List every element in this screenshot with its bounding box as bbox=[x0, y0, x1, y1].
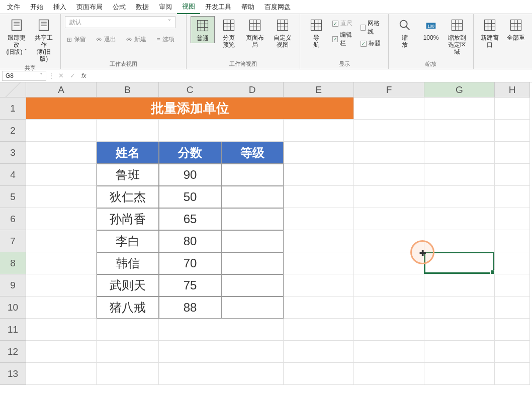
cell-F6[interactable] bbox=[354, 208, 424, 230]
cell-H13[interactable] bbox=[495, 363, 530, 385]
rowhead-13[interactable]: 13 bbox=[0, 363, 26, 385]
cell-D13[interactable] bbox=[221, 363, 284, 385]
menu-文件[interactable]: 文件 bbox=[2, 1, 25, 14]
cell-G13[interactable] bbox=[424, 363, 495, 385]
colhead-B[interactable]: B bbox=[97, 82, 159, 97]
cell-E8[interactable] bbox=[284, 252, 354, 274]
rowhead-9[interactable]: 9 bbox=[0, 274, 26, 296]
cell-E9[interactable] bbox=[284, 274, 354, 296]
ribbon-btn[interactable]: 分页预览 bbox=[217, 16, 241, 49]
rowhead-6[interactable]: 6 bbox=[0, 208, 26, 230]
cell-D8[interactable] bbox=[221, 252, 284, 274]
cell-C8[interactable]: 70 bbox=[159, 252, 221, 274]
check-编辑栏[interactable]: ✓编辑栏 bbox=[330, 30, 356, 49]
cell-A10[interactable] bbox=[26, 296, 97, 319]
cell-F9[interactable] bbox=[354, 274, 424, 296]
ribbon-btn[interactable]: 缩放 bbox=[393, 16, 417, 49]
cell-D5[interactable] bbox=[221, 186, 284, 208]
cell-A9[interactable] bbox=[26, 274, 97, 296]
ribbon-btn[interactable]: 导航 bbox=[304, 16, 328, 49]
cell-C5[interactable]: 50 bbox=[159, 186, 221, 208]
select-all-corner[interactable] bbox=[0, 82, 26, 97]
cell-F1[interactable] bbox=[354, 97, 424, 120]
rowhead-12[interactable]: 12 bbox=[0, 341, 26, 363]
cell-A7[interactable] bbox=[26, 230, 97, 252]
cell-B5[interactable]: 狄仁杰 bbox=[97, 186, 159, 208]
cell-F8[interactable] bbox=[354, 252, 424, 274]
cell-E7[interactable] bbox=[284, 230, 354, 252]
name-box[interactable]: G8˅ bbox=[2, 71, 46, 81]
ribbon-btn[interactable]: 跟踪更改(旧版) ˅ bbox=[4, 16, 29, 56]
cell-C9[interactable]: 75 bbox=[159, 274, 221, 296]
rowhead-7[interactable]: 7 bbox=[0, 230, 26, 252]
cell-D10[interactable] bbox=[221, 296, 284, 319]
sheetview-新建[interactable]: 👁新建 bbox=[124, 34, 148, 45]
cell-C3[interactable]: 分数 bbox=[159, 142, 221, 164]
cell-B4[interactable]: 鲁班 bbox=[97, 164, 159, 186]
fx-cancel-icon[interactable]: ✕ bbox=[56, 72, 66, 79]
cell-F2[interactable] bbox=[354, 120, 424, 142]
ribbon-btn[interactable]: 新建窗口 bbox=[478, 16, 502, 49]
cell-F5[interactable] bbox=[354, 186, 424, 208]
check-直尺[interactable]: ✓直尺 bbox=[330, 18, 356, 29]
cell-A8[interactable] bbox=[26, 252, 97, 274]
menu-视图[interactable]: 视图 bbox=[177, 0, 200, 14]
cell-F4[interactable] bbox=[354, 164, 424, 186]
ribbon-btn[interactable]: 自定义视图 bbox=[269, 16, 296, 49]
cell-F7[interactable] bbox=[354, 230, 424, 252]
cell-F10[interactable] bbox=[354, 296, 424, 319]
cell-H12[interactable] bbox=[495, 341, 530, 363]
cell-A4[interactable] bbox=[26, 164, 97, 186]
cell-C11[interactable] bbox=[159, 319, 221, 341]
cell-C2[interactable] bbox=[159, 120, 221, 142]
menu-开发工具[interactable]: 开发工具 bbox=[200, 1, 236, 14]
colhead-C[interactable]: C bbox=[159, 82, 221, 97]
cell-D2[interactable] bbox=[221, 120, 284, 142]
sheetview-dropdown[interactable]: 默认˅ bbox=[65, 16, 175, 28]
cell-H6[interactable] bbox=[495, 208, 530, 230]
check-网格线[interactable]: 网格线 bbox=[359, 18, 384, 37]
cell-B7[interactable]: 李白 bbox=[97, 230, 159, 252]
menu-插入[interactable]: 插入 bbox=[48, 1, 71, 14]
rowhead-3[interactable]: 3 bbox=[0, 142, 26, 164]
menu-开始[interactable]: 开始 bbox=[25, 1, 48, 14]
cell-A11[interactable] bbox=[26, 319, 97, 341]
cell-D11[interactable] bbox=[221, 319, 284, 341]
cell-F3[interactable] bbox=[354, 142, 424, 164]
rowhead-2[interactable]: 2 bbox=[0, 120, 26, 142]
ribbon-btn[interactable]: 页面布局 bbox=[243, 16, 267, 49]
cell-G3[interactable] bbox=[424, 142, 495, 164]
cell-B9[interactable]: 武则天 bbox=[97, 274, 159, 296]
cell-B13[interactable] bbox=[97, 363, 159, 385]
cell-D4[interactable] bbox=[221, 164, 284, 186]
rowhead-1[interactable]: 1 bbox=[0, 97, 26, 120]
cell-C6[interactable]: 65 bbox=[159, 208, 221, 230]
sheetview-退出[interactable]: 👁退出 bbox=[94, 34, 118, 45]
cell-E5[interactable] bbox=[284, 186, 354, 208]
cell-G7[interactable] bbox=[424, 230, 495, 252]
menu-帮助[interactable]: 帮助 bbox=[236, 1, 259, 14]
rowhead-11[interactable]: 11 bbox=[0, 319, 26, 341]
ribbon-btn[interactable]: 普通 bbox=[191, 16, 215, 43]
menu-审阅[interactable]: 审阅 bbox=[154, 1, 177, 14]
cell-G9[interactable] bbox=[424, 274, 495, 296]
cell-G6[interactable] bbox=[424, 208, 495, 230]
cell-G5[interactable] bbox=[424, 186, 495, 208]
cell-B11[interactable] bbox=[97, 319, 159, 341]
cell-D12[interactable] bbox=[221, 341, 284, 363]
cell-A12[interactable] bbox=[26, 341, 97, 363]
ribbon-btn[interactable]: 缩放到选定区域 bbox=[445, 16, 469, 56]
colhead-F[interactable]: F bbox=[354, 82, 424, 97]
cell-A1[interactable]: 批量添加单位 bbox=[26, 97, 354, 120]
cell-B6[interactable]: 孙尚香 bbox=[97, 208, 159, 230]
cell-G2[interactable] bbox=[424, 120, 495, 142]
cell-B3[interactable]: 姓名 bbox=[97, 142, 159, 164]
cell-H11[interactable] bbox=[495, 319, 530, 341]
rowhead-4[interactable]: 4 bbox=[0, 164, 26, 186]
cell-H5[interactable] bbox=[495, 186, 530, 208]
cell-A6[interactable] bbox=[26, 208, 97, 230]
ribbon-btn[interactable]: 100100% bbox=[419, 16, 443, 42]
cell-E6[interactable] bbox=[284, 208, 354, 230]
cell-H9[interactable] bbox=[495, 274, 530, 296]
colhead-A[interactable]: A bbox=[26, 82, 97, 97]
